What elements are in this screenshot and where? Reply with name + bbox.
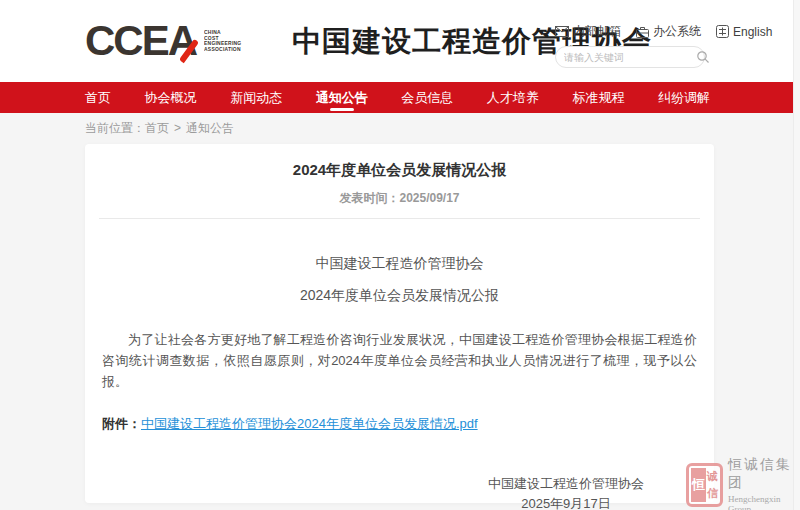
article-paragraph: 为了让社会各方更好地了解工程造价咨询行业发展状况，中国建设工程造价管理协会根据工… [102,329,697,392]
hengchengxin-watermark: 恒 诚 信 恒诚信集团 Hengchengxin Group [686,456,800,510]
attachment-pdf-link[interactable]: 中国建设工程造价管理协会2024年度单位会员发展情况.pdf [141,416,478,431]
breadcrumb-separator: > [174,121,181,135]
english-link[interactable]: English [716,25,772,39]
search-icon[interactable] [696,50,710,64]
main-nav: 首页 协会概况 新闻动态 通知公告 会员信息 人才培养 标准规程 纠纷调解 [0,82,793,113]
envelope-icon [555,26,569,37]
internal-mail-link[interactable]: 内部邮箱 [555,23,621,40]
hengchengxin-seal-icon: 恒 诚 信 [686,463,723,507]
main-nav-inner: 首页 协会概况 新闻动态 通知公告 会员信息 人才培养 标准规程 纠纷调解 [0,82,793,113]
seal-char-main: 恒 [691,468,706,502]
office-system-label: 办公系统 [653,23,701,40]
nav-item-talent-training[interactable]: 人才培养 [487,82,539,113]
document-heading-title: 2024年度单位会员发展情况公报 [85,287,714,305]
attachment-label: 附件： [102,416,141,431]
title-divider [99,218,700,219]
signature-inner: 中国建设工程造价管理协会 2025年9月17日 [488,474,644,510]
scrollbar-track[interactable] [793,0,800,510]
utility-links: 内部邮箱 办公系统 English [555,23,772,40]
watermark-name-en: Hengchengxin Group [728,494,800,510]
seal-char-bottom: 信 [707,486,718,501]
search-box [555,46,705,68]
nav-item-dispute-mediation[interactable]: 纠纷调解 [658,82,710,113]
seal-char-top: 诚 [707,469,718,484]
signature-date: 2025年9月17日 [488,494,644,510]
english-label: English [733,25,772,39]
nav-item-association-overview[interactable]: 协会概况 [145,82,197,113]
nav-item-member-info[interactable]: 会员信息 [401,82,453,113]
breadcrumb: 当前位置：首页>通知公告 [85,113,234,144]
nav-item-standards[interactable]: 标准规程 [572,82,624,113]
briefcase-icon [636,26,649,38]
signature-block: 中国建设工程造价管理协会 2025年9月17日 [85,474,644,510]
watermark-text: 恒诚信集团 Hengchengxin Group [728,456,800,510]
breadcrumb-current-link[interactable]: 通知公告 [186,121,234,135]
breadcrumb-home-link[interactable]: 首页 [145,121,169,135]
article-card: 2024年度单位会员发展情况公报 发表时间：2025/09/17 中国建设工程造… [85,144,714,503]
search-input[interactable] [564,52,696,63]
watermark-name-cn: 恒诚信集团 [728,456,800,492]
attachment-row: 附件：中国建设工程造价管理协会2024年度单位会员发展情况.pdf [102,415,697,433]
nav-item-news[interactable]: 新闻动态 [230,82,282,113]
site-header: CCEA CHINA COST ENGINEERING ASSOCIATION … [0,0,800,82]
article-publish-date: 发表时间：2025/09/17 [85,190,714,207]
globe-icon [716,25,729,38]
nav-item-home[interactable]: 首页 [85,82,111,113]
seal-char-column: 诚 信 [707,468,718,502]
article-title: 2024年度单位会员发展情况公报 [85,161,714,180]
logo-subtext: CHINA COST ENGINEERING ASSOCIATION [204,30,252,52]
office-system-link[interactable]: 办公系统 [636,23,701,40]
logo-acronym: CCEA [85,19,196,63]
publish-date-value: 2025/09/17 [399,191,459,205]
internal-mail-label: 内部邮箱 [573,23,621,40]
publish-date-label: 发表时间： [339,191,399,205]
document-heading-org: 中国建设工程造价管理协会 [85,255,714,273]
breadcrumb-label: 当前位置： [85,121,145,135]
signature-org-name: 中国建设工程造价管理协会 [488,474,644,494]
nav-item-notices[interactable]: 通知公告 [316,82,368,113]
logo-subtext-line: ASSOCIATION [204,47,252,53]
